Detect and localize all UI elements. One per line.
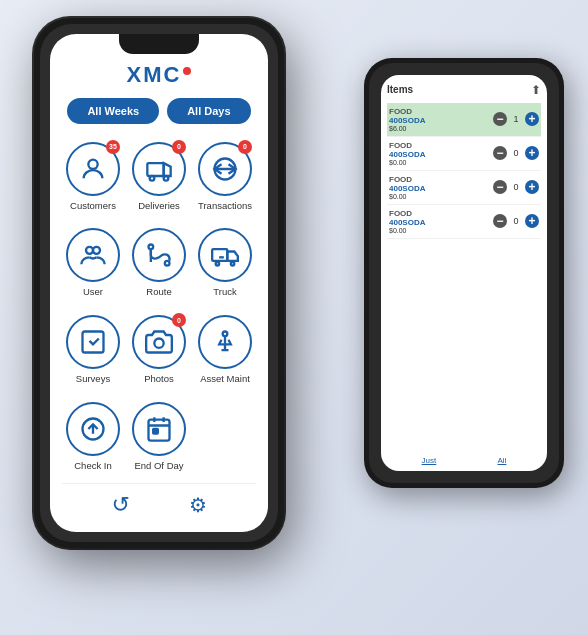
back-screen-title: Items: [387, 84, 413, 95]
svg-point-19: [223, 332, 228, 337]
qty-value: 0: [510, 148, 522, 158]
qty-minus-button[interactable]: −: [493, 180, 507, 194]
photos-badge: 0: [172, 313, 186, 327]
qty-value: 0: [510, 182, 522, 192]
svg-rect-1: [147, 163, 163, 176]
transactions-badge: 0: [238, 140, 252, 154]
item-row: FOOD 400SODA $0.00 − 0 +: [387, 205, 541, 239]
deliveries-icon: [145, 155, 173, 183]
truck-label: Truck: [213, 286, 236, 297]
qty-minus-button[interactable]: −: [493, 112, 507, 126]
transactions-icon-circle: 0: [198, 142, 252, 196]
customers-badge: 35: [106, 140, 120, 154]
grid-item-transactions[interactable]: 0 Transactions: [194, 136, 256, 217]
bottom-nav: ↻ ⚙: [62, 483, 256, 522]
grid-item-end-of-day[interactable]: End Of Day: [128, 396, 190, 477]
qty-plus-button[interactable]: +: [525, 146, 539, 160]
phone-back: Items ⬆ FOOD 400SODA $6.00 − 1: [364, 58, 564, 488]
logo-area: XMC: [62, 62, 256, 88]
check-in-icon: [79, 415, 107, 443]
asset-maint-icon-circle: [198, 315, 252, 369]
grid-item-route[interactable]: Route: [128, 222, 190, 303]
surveys-label: Surveys: [76, 373, 110, 384]
svg-point-14: [216, 262, 220, 266]
qty-control: − 1 +: [493, 112, 539, 126]
svg-marker-13: [227, 252, 238, 261]
route-icon-circle: [132, 228, 186, 282]
truck-icon-circle: [198, 228, 252, 282]
qty-value: 1: [510, 114, 522, 124]
surveys-icon: [79, 328, 107, 356]
check-in-label: Check In: [74, 460, 112, 471]
svg-marker-2: [164, 163, 171, 176]
qty-plus-button[interactable]: +: [525, 214, 539, 228]
grid-item-customers[interactable]: 35 Customers: [62, 136, 124, 217]
user-icon-circle: [66, 228, 120, 282]
qty-value: 0: [510, 216, 522, 226]
sku-label: 400SODA: [389, 184, 425, 193]
transactions-icon: [211, 155, 239, 183]
grid-item-photos[interactable]: 0 Photos: [128, 309, 190, 390]
qty-plus-button[interactable]: +: [525, 112, 539, 126]
settings-icon[interactable]: ⚙: [189, 493, 207, 517]
tab-all[interactable]: All: [498, 456, 507, 465]
logo-dot-icon: [183, 67, 191, 75]
item-row: FOOD 400SODA $0.00 − 0 +: [387, 171, 541, 205]
svg-point-0: [88, 159, 97, 168]
svg-point-3: [150, 176, 155, 181]
price-label: $0.00: [389, 193, 425, 200]
asset-maint-icon: [211, 328, 239, 356]
end-of-day-icon: [145, 415, 173, 443]
route-label: Route: [146, 286, 171, 297]
deliveries-badge: 0: [172, 140, 186, 154]
category-label: FOOD: [389, 175, 425, 184]
qty-minus-button[interactable]: −: [493, 214, 507, 228]
user-icon: [79, 241, 107, 269]
svg-point-8: [93, 247, 100, 254]
price-label: $6.00: [389, 125, 425, 132]
price-label: $0.00: [389, 159, 425, 166]
surveys-icon-circle: [66, 315, 120, 369]
svg-rect-28: [153, 429, 158, 434]
grid-item-user[interactable]: User: [62, 222, 124, 303]
back-screen: Items ⬆ FOOD 400SODA $6.00 − 1: [381, 75, 547, 471]
truck-icon: [211, 241, 239, 269]
route-icon: [145, 241, 173, 269]
svg-point-4: [164, 176, 169, 181]
photos-icon: [145, 328, 173, 356]
sku-label: 400SODA: [389, 116, 425, 125]
price-label: $0.00: [389, 227, 425, 234]
grid-item-truck[interactable]: Truck: [194, 222, 256, 303]
grid-item-surveys[interactable]: Surveys: [62, 309, 124, 390]
customers-label: Customers: [70, 200, 116, 211]
all-days-button[interactable]: All Days: [167, 98, 250, 124]
sku-label: 400SODA: [389, 150, 425, 159]
qty-control: − 0 +: [493, 214, 539, 228]
qty-plus-button[interactable]: +: [525, 180, 539, 194]
customers-icon-circle: 35: [66, 142, 120, 196]
end-of-day-icon-circle: [132, 402, 186, 456]
check-in-icon-circle: [66, 402, 120, 456]
svg-rect-17: [83, 332, 104, 353]
grid-item-check-in[interactable]: Check In: [62, 396, 124, 477]
tab-just[interactable]: Just: [422, 456, 437, 465]
notch: [119, 34, 199, 54]
back-bottom-tabs: Just All: [381, 456, 547, 465]
category-label: FOOD: [389, 141, 425, 150]
deliveries-icon-circle: 0: [132, 142, 186, 196]
sku-label: 400SODA: [389, 218, 425, 227]
svg-point-9: [149, 245, 154, 250]
back-screen-header: Items ⬆: [387, 83, 541, 97]
share-icon[interactable]: ⬆: [531, 83, 541, 97]
deliveries-label: Deliveries: [138, 200, 180, 211]
front-content: XMC All Weeks All Days 35: [50, 34, 268, 532]
scene: Items ⬆ FOOD 400SODA $6.00 − 1: [14, 18, 574, 618]
qty-minus-button[interactable]: −: [493, 146, 507, 160]
all-weeks-button[interactable]: All Weeks: [67, 98, 159, 124]
grid-item-deliveries[interactable]: 0 Deliveries: [128, 136, 190, 217]
refresh-icon[interactable]: ↻: [112, 492, 130, 518]
item-row: FOOD 400SODA $6.00 − 1 +: [387, 103, 541, 137]
qty-control: − 0 +: [493, 146, 539, 160]
grid-item-asset-maint[interactable]: Asset Maint: [194, 309, 256, 390]
photos-label: Photos: [144, 373, 174, 384]
